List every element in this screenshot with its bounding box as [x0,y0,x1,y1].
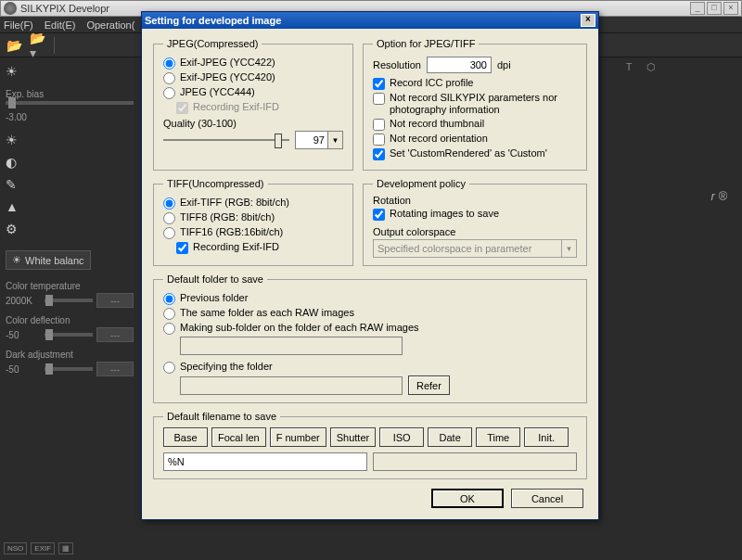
dialog-close-button[interactable]: × [581,14,595,27]
text-tool-icon[interactable]: T [620,57,638,76]
jpeg-group: JPEG(Compressed) Exif-JPEG (YCC422) Exif… [153,38,353,171]
icc-check[interactable] [373,78,385,90]
tiff8-radio[interactable] [163,212,175,224]
filename-legend: Default filename to save [163,411,280,422]
brightness-icon[interactable]: ☀ [6,63,24,80]
open-icon[interactable]: 📂 [6,37,22,54]
tiff-exif-label: Exif-TIFF (RGB: 8bit/ch) [180,197,289,209]
folder-prev-radio[interactable] [163,293,175,305]
folder-sub-label: Making sub-folder on the folder of each … [180,322,419,334]
tiff8-label: TIFF8 (RGB: 8bit/ch) [180,211,275,223]
maximize-button[interactable]: □ [707,2,722,15]
menu-file[interactable]: File(F) [4,19,33,31]
focal-button[interactable]: Focal len [211,427,266,447]
exif-chip[interactable]: EXIF [31,542,55,554]
wb-icon[interactable]: ☀ [6,132,24,148]
registered-icon: r ® [710,189,727,203]
output-colorspace-combo: Specified colorspace in parameter ▼ [373,239,577,258]
color-temp-box[interactable]: --- [96,293,134,308]
brush-icon[interactable]: ✎ [6,176,24,193]
folder-same-radio[interactable] [163,308,175,320]
bottom-strip: NSO EXIF ▦ [0,536,139,560]
quality-input[interactable] [295,131,328,149]
folder-sub-radio[interactable] [163,323,175,335]
color-temp-label: Color temperature [6,281,134,291]
jpeg-exif-label: Recording Exif-IFD [193,101,279,113]
jpeg-ycc420-label: Exif-JPEG (YCC420) [180,71,275,83]
cancel-button[interactable]: Cancel [511,489,583,508]
filename-pattern-input[interactable] [163,452,367,471]
noparam-check[interactable] [373,93,385,105]
icc-label: Record ICC profile [390,77,473,89]
rotate-label: Rotating images to save [390,208,499,220]
option-legend: Option for JPEG/TIFF [373,38,479,49]
custom-check[interactable] [373,148,385,160]
gear-icon[interactable]: ⚙ [6,221,24,237]
quality-label: Quality (30-100) [163,118,343,129]
time-button[interactable]: Time [476,427,520,447]
noorient-check[interactable] [373,134,385,146]
exp-bias-slider[interactable] [6,101,134,105]
output-colorspace-label: Output colorspace [373,226,577,237]
resolution-input[interactable] [427,57,492,73]
tiff-exif-radio[interactable] [163,197,175,210]
color-temp-value: 2000K [6,296,41,306]
rotate-check[interactable] [373,209,385,221]
dark-adj-value: -50 [6,364,41,375]
iso-button[interactable]: ISO [379,427,424,447]
policy-group: Development policy Rotation Rotating ima… [363,178,587,266]
contrast-icon[interactable]: ◐ [6,154,24,171]
resolution-label: Resolution [373,59,421,70]
app-logo-icon [4,2,17,15]
jpeg-ycc422-radio[interactable] [163,57,175,70]
folder-legend: Default folder to save [163,274,267,285]
output-colorspace-value: Specified colorspace in parameter [377,243,531,254]
init-button[interactable]: Init. [524,427,569,447]
nothumb-check[interactable] [373,119,385,131]
nso-chip[interactable]: NSO [4,542,27,554]
refer-button[interactable]: Refer [408,375,450,395]
dark-adj-slider[interactable] [45,367,93,371]
fnumber-button[interactable]: F number [270,427,326,447]
jpeg-ycc422-label: Exif-JPEG (YCC422) [180,57,275,69]
color-defl-slider[interactable] [45,333,93,337]
subfolder-input [180,337,403,355]
color-defl-box[interactable]: --- [96,327,134,342]
shutter-button[interactable]: Shutter [330,427,376,447]
white-balance-tab[interactable]: ☀ White balanc [6,250,91,270]
ok-button[interactable]: OK [431,489,504,508]
tiff16-label: TIFF16 (RGB:16bit/ch) [180,226,283,238]
jpeg-ycc420-radio[interactable] [163,72,175,84]
sharpen-icon[interactable]: ▲ [6,198,24,215]
menu-operation[interactable]: Operation( [86,19,134,31]
hexagon-icon[interactable]: ⬡ [642,57,660,76]
tiff-exif-check[interactable] [176,242,188,254]
menu-edit[interactable]: Edit(E) [45,19,76,31]
filename-group: Default filename to save Base Focal len … [153,411,587,479]
jpeg-ycc444-label: JPEG (YCC444) [180,86,255,98]
quality-slider[interactable] [163,131,289,149]
folder-group: Default folder to save Previous folder T… [153,274,587,403]
color-defl-label: Color deflection [6,315,134,325]
dark-adj-box[interactable]: --- [96,362,134,376]
base-button[interactable]: Base [163,427,208,447]
date-button[interactable]: Date [428,427,472,447]
left-panel: ☀ Exp. bias -3.00 ☀ ◐ ✎ ▲ ⚙ ☀ White bala… [0,57,139,560]
open2-icon[interactable]: 📂▾ [30,37,46,54]
nothumb-label: Not record thumbnail [390,118,484,130]
minimize-button[interactable]: _ [690,2,705,15]
chip3[interactable]: ▦ [58,542,73,554]
dialog-titlebar: Setting for developed image × [142,12,598,29]
noorient-label: Not record orientation [390,133,488,145]
tiff16-radio[interactable] [163,227,175,239]
quality-dropdown-arrow[interactable]: ▼ [328,131,343,149]
jpeg-ycc444-radio[interactable] [163,87,175,99]
tiff-legend: TIFF(Uncompressed) [163,178,268,189]
color-temp-slider[interactable] [45,299,93,302]
folder-prev-label: Previous folder [180,292,248,304]
folder-spec-radio[interactable] [163,362,175,374]
close-button[interactable]: × [723,2,738,15]
resolution-unit: dpi [497,59,511,70]
divider [54,37,55,54]
chevron-down-icon: ▼ [561,240,576,257]
